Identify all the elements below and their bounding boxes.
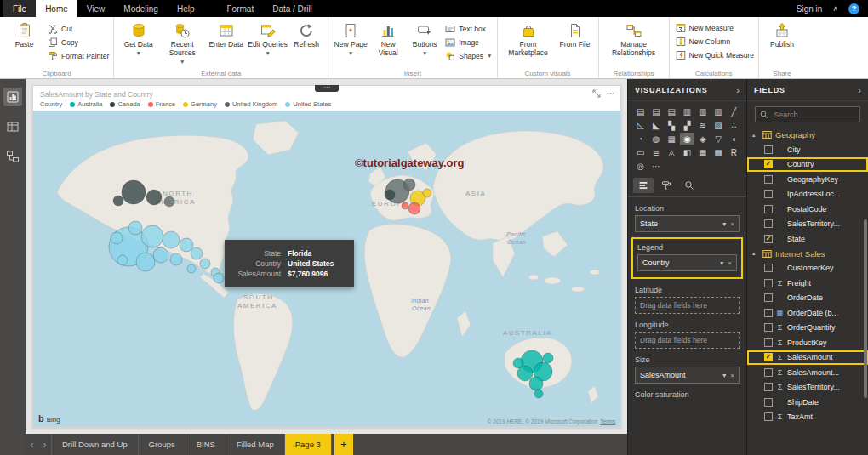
ribbon-tab-view[interactable]: View: [77, 0, 115, 17]
viz-icon-treemap[interactable]: ▦: [665, 133, 679, 145]
field-checkbox[interactable]: [764, 309, 773, 317]
field-checkbox[interactable]: ✓: [764, 235, 773, 243]
ribbon-tab-modeling[interactable]: Modeling: [114, 0, 168, 17]
new-measure-button[interactable]: New Measure: [676, 23, 755, 33]
shapes-button[interactable]: Shapes▼: [445, 51, 492, 61]
field-checkbox[interactable]: [764, 412, 773, 421]
viz-icon-clustered-column-chart[interactable]: ▥: [695, 105, 710, 118]
field-freight[interactable]: ΣFreight: [747, 276, 868, 291]
field-checkbox[interactable]: [764, 293, 773, 302]
viz-icon-stacked-column-chart[interactable]: ▥: [680, 105, 694, 118]
table-geography[interactable]: ▴Geography: [747, 128, 868, 142]
viz-icon-kpi[interactable]: ◬: [665, 146, 679, 159]
viz-icon-multi-row-card[interactable]: ≣: [648, 146, 663, 159]
new-column-button[interactable]: New Column: [676, 37, 755, 47]
page-tab-filled-map[interactable]: Filled Map: [226, 434, 285, 455]
chevron-down-icon[interactable]: ▾: [720, 259, 723, 267]
map-bubble[interactable]: [111, 232, 123, 244]
scrollbar-thumb[interactable]: [864, 219, 867, 398]
map-bubble[interactable]: [529, 377, 543, 390]
viz-icon-100-stacked-bar-chart[interactable]: ▤: [665, 105, 679, 118]
data-view-button[interactable]: [3, 117, 22, 136]
report-canvas[interactable]: ⋯ ⋯ SalesAmount by State and Country Cou…: [26, 79, 627, 434]
help-button[interactable]: ?: [848, 3, 859, 14]
viz-icon-map[interactable]: ◉: [680, 133, 694, 145]
field-productkey[interactable]: ΣProductKey: [747, 335, 868, 350]
viz-icon-card[interactable]: ▭: [633, 146, 648, 159]
field-checkbox[interactable]: [764, 398, 773, 407]
field-checkbox[interactable]: [764, 368, 773, 377]
well-field-salesamount[interactable]: SalesAmount▾×: [635, 367, 740, 384]
map-bubble[interactable]: [200, 259, 210, 269]
field-geographykey[interactable]: GeographyKey: [747, 172, 868, 187]
field-checkbox[interactable]: [764, 205, 773, 213]
field-checkbox[interactable]: ✓: [764, 160, 773, 168]
field-city[interactable]: City: [747, 142, 868, 157]
chevron-down-icon[interactable]: ▾: [722, 220, 726, 228]
well-field-country[interactable]: Country▾×: [637, 254, 737, 271]
viz-icon-line-chart[interactable]: ╱: [727, 105, 741, 118]
field-postalcode[interactable]: PostalCode: [747, 202, 868, 217]
previous-page-arrow[interactable]: ‹: [26, 434, 38, 455]
field-shipdate[interactable]: ShipDate: [747, 395, 868, 410]
buttons-button[interactable]: Buttons▼: [408, 19, 442, 56]
field-orderdate-b[interactable]: ▦OrderDate (b...: [747, 305, 868, 321]
viz-icon-stacked-bar-chart[interactable]: ▤: [633, 105, 648, 118]
map-bubble[interactable]: [164, 196, 174, 207]
page-tab-groups[interactable]: Groups: [139, 434, 186, 455]
field-orderquantity[interactable]: ΣOrderQuantity: [747, 321, 868, 336]
collapse-ribbon-icon[interactable]: ∧: [832, 4, 838, 13]
from-marketplace-button[interactable]: From Marketplace: [502, 19, 555, 58]
map-bubble[interactable]: [385, 190, 395, 200]
enter-data-button[interactable]: Enter Data: [206, 19, 246, 49]
focus-mode-icon[interactable]: [592, 89, 601, 98]
field-checkbox[interactable]: [764, 175, 773, 184]
map-bubble[interactable]: [146, 190, 162, 205]
field-checkbox[interactable]: [764, 264, 773, 272]
ribbon-tab-home[interactable]: Home: [36, 0, 77, 17]
model-view-button[interactable]: [3, 147, 22, 166]
copy-button[interactable]: Copy: [48, 37, 109, 48]
map-bubble[interactable]: [543, 353, 553, 363]
map-bubble[interactable]: [534, 390, 543, 398]
viz-icon-slicer[interactable]: ◧: [680, 146, 694, 159]
collapse-panel-icon[interactable]: ›: [858, 85, 861, 95]
ribbon-tab-data-drill[interactable]: Data / Drill: [263, 0, 322, 17]
viz-icon-area-chart[interactable]: ◺: [633, 119, 648, 132]
viz-icon-filled-map[interactable]: ◈: [695, 133, 710, 145]
collapse-arrow-icon[interactable]: ▴: [752, 132, 759, 139]
map-visual-card[interactable]: ⋯ ⋯ SalesAmount by State and Country Cou…: [32, 85, 621, 428]
field-checkbox[interactable]: [764, 279, 773, 287]
viz-icon-line-and-stacked-column-chart[interactable]: ▚: [665, 119, 679, 132]
ribbon-tab-format[interactable]: Format: [217, 0, 263, 17]
viz-icon-100-stacked-column-chart[interactable]: ▥: [711, 105, 725, 118]
viz-icon-stacked-area-chart[interactable]: ◣: [648, 119, 663, 132]
map-bubble[interactable]: [170, 253, 182, 265]
field-checkbox[interactable]: ✓: [764, 353, 773, 361]
field-salesamount[interactable]: ✓ΣSalesAmount: [747, 350, 868, 366]
map-bubble[interactable]: [153, 247, 168, 263]
map-bubble[interactable]: [128, 221, 142, 235]
map-bubble[interactable]: [513, 358, 523, 368]
map-bubble[interactable]: [191, 247, 203, 259]
ribbon-tab-file[interactable]: File: [3, 0, 36, 17]
field-checkbox[interactable]: [764, 190, 773, 198]
viz-icon-waterfall-chart[interactable]: ▨: [711, 119, 725, 132]
page-tab-drill-down-and-up[interactable]: Drill Down and Up: [52, 434, 139, 455]
publish-button[interactable]: Publish: [763, 19, 801, 49]
field-customerkey[interactable]: CustomerKey: [747, 261, 868, 276]
viz-icon-pie-chart[interactable]: ◔: [633, 133, 648, 145]
viz-icon-table[interactable]: ▦: [695, 146, 710, 159]
map-bubble[interactable]: [180, 238, 193, 252]
map-bubble[interactable]: [403, 179, 415, 191]
search-input[interactable]: [772, 110, 855, 120]
viz-icon-donut-chart[interactable]: ◍: [648, 133, 663, 145]
field-salesamount[interactable]: ΣSalesAmount...: [747, 365, 868, 380]
map-bubble[interactable]: [187, 264, 196, 273]
viz-icon-ribbon-chart[interactable]: ≋: [695, 119, 710, 132]
viz-icon-gauge[interactable]: ◖: [727, 133, 741, 145]
new-page-button[interactable]: New Page▼: [333, 19, 368, 56]
map-bubble[interactable]: [122, 180, 146, 204]
field-checkbox[interactable]: [764, 383, 773, 391]
format-pane-tab[interactable]: [656, 178, 677, 193]
